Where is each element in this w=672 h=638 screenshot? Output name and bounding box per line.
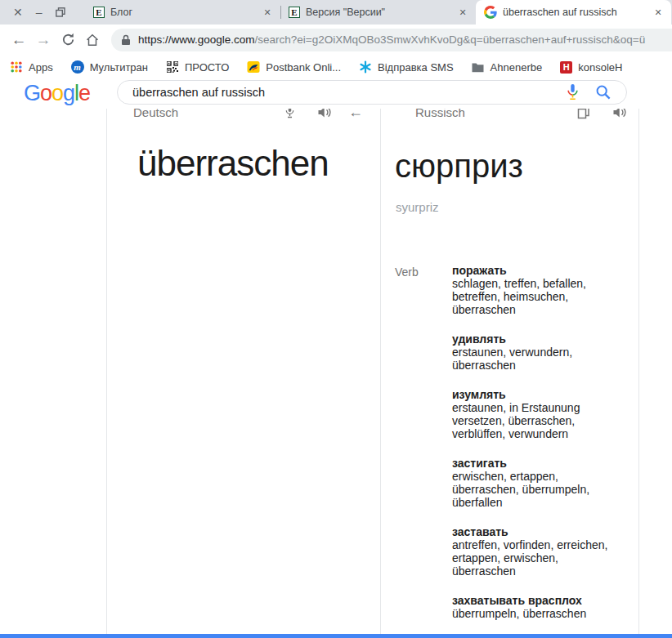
browser-window: ✕ – E Блог ✕ E Версия "Версии" ✕ überras… [0,0,672,638]
bookmark-label: Відправка SMS [378,61,454,74]
copy-icon[interactable] [576,109,591,119]
entry-term[interactable]: заставать [452,525,611,538]
apps-grid-icon [10,60,23,74]
tab-label: überraschen auf russisch [503,7,646,18]
bookmark-konsoleh[interactable]: H konsoleH [560,61,622,74]
window-restore-icon[interactable] [56,7,65,17]
source-text: überraschen [137,143,329,184]
logo-letter: e [78,81,90,105]
entry-translations: überrumpeln, überraschen [452,607,611,620]
google-favicon-icon [484,6,497,19]
bookmark-label: konsoleH [578,61,622,74]
window-controls: ✕ – [0,0,85,25]
tab-label: Версия "Версии" [306,7,450,18]
dictionary-entry[interactable]: застигать erwischen, ertappen, überrasch… [452,457,611,509]
entry-term[interactable]: захватывать врасплох [452,594,611,607]
qr-code-icon [166,60,179,74]
postbank-icon [247,60,260,74]
bookmark-apps[interactable]: Apps [10,60,53,74]
bookmark-label: Postbank Onli... [266,61,341,74]
bookmarks-bar: Apps m Мультитран ПРОСТО [0,55,672,79]
url-path: /search?ei=g2OiXMqOBo3SmwXvhKvoDg&q=über… [255,33,646,46]
search-input[interactable]: überraschen auf russisch [117,80,627,105]
dictionary-entry[interactable]: удивлять erstaunen, verwundern, überrasc… [452,332,611,372]
voice-search-icon[interactable] [562,83,582,102]
logo-letter: G [24,81,40,105]
part-of-speech-label: Verb [395,264,452,636]
google-logo[interactable]: Google [24,80,90,106]
mic-icon[interactable] [282,109,297,119]
card-column-divider [380,109,381,638]
bookmark-multitran[interactable]: m Мультитран [71,60,148,74]
tab-close-icon[interactable]: ✕ [261,6,274,19]
tab-versiya[interactable]: E Версия "Версии" ✕ [280,0,476,25]
logo-letter: o [40,81,52,105]
home-icon[interactable] [80,28,105,52]
folder-icon [472,60,485,74]
lock-icon[interactable] [121,34,131,46]
search-icon[interactable] [594,83,613,102]
entry-translations: erstaunen, verwundern, überraschen [452,346,611,372]
browser-toolbar: ← → https://www.google.com/search?ei=g2O… [0,25,672,55]
multitran-icon: m [71,60,84,74]
kyivstar-star-icon [359,60,372,74]
reload-icon[interactable] [56,28,80,52]
url-text: https://www.google.com/search?ei=g2OiXMq… [138,33,645,46]
bookmark-label: ПРОСТО [185,61,229,74]
transliteration: syurpriz [396,200,439,214]
entry-term[interactable]: удивлять [452,332,611,346]
window-minimize-icon[interactable]: – [36,7,43,18]
address-bar[interactable]: https://www.google.com/search?ei=g2OiXMq… [111,29,672,51]
entry-translations: schlagen, treffen, befallen, betreffen, … [452,277,611,316]
dictionary-entry[interactable]: поражать schlagen, treffen, befallen, be… [452,264,611,316]
logo-letter: o [52,81,63,105]
dictionary-section: Verb поражать schlagen, treffen, befalle… [395,264,611,636]
tab-close-icon[interactable]: ✕ [456,6,469,19]
dictionary-entry[interactable]: заставать antreffen, vorfinden, erreiche… [452,525,611,578]
listen-target-icon[interactable] [612,109,626,119]
listen-source-icon[interactable] [316,109,331,119]
konsoleh-icon: H [560,61,572,74]
bookmark-postbank[interactable]: Postbank Onli... [247,60,341,74]
bookmark-label: Мультитран [90,61,148,74]
tab-blog[interactable]: E Блог ✕ [85,0,280,25]
target-language-tab[interactable]: Russisch [415,109,465,119]
tab-label: Блог [110,7,255,18]
back-icon[interactable]: ← [7,28,31,52]
tab-ueberraschen-active[interactable]: überraschen auf russisch ✕ [476,0,671,25]
bookmark-sms[interactable]: Відправка SMS [359,60,454,74]
tab-close-icon[interactable]: ✕ [652,6,665,19]
swap-arrow-icon[interactable]: ← [348,109,363,119]
page-content: Deutsch ← Russisch überraschen сюрприз s… [0,109,672,638]
card-right-border [638,109,639,638]
entry-term[interactable]: поражать [452,264,611,277]
card-left-border [106,109,107,638]
bookmark-prosto[interactable]: ПРОСТО [166,60,229,74]
dictionary-entry[interactable]: захватывать врасплох überrumpeln, überra… [452,594,611,620]
source-language-tab[interactable]: Deutsch [133,109,178,119]
entry-term[interactable]: изумлять [452,388,611,401]
window-close-icon[interactable]: ✕ [13,7,23,18]
url-origin: https://www.google.com [138,33,255,46]
dictionary-entries: поражать schlagen, treffen, befallen, be… [452,264,611,636]
google-search-header: Google überraschen auf russisch [0,79,672,109]
logo-letter: g [63,81,74,105]
bookmark-ahnenerbe[interactable]: Ahnenerbe [472,60,543,74]
forward-icon[interactable]: → [31,28,56,52]
bottom-highlight-strip [0,634,672,638]
tab-strip: ✕ – E Блог ✕ E Версия "Версии" ✕ überras… [0,0,672,25]
translated-text: сюрприз [395,148,523,185]
site-e-favicon-icon: E [289,7,300,18]
bookmark-label: Ahnenerbe [491,61,543,74]
entry-translations: erwischen, ertappen, überraschen, überru… [452,470,611,509]
entry-term[interactable]: застигать [452,457,611,470]
search-query-text[interactable]: überraschen auf russisch [132,86,562,99]
translate-card-header: Deutsch ← Russisch [106,109,638,125]
entry-translations: erstaunen, in Erstaunung versetzen, über… [452,401,611,440]
bookmark-label: Apps [29,61,53,74]
dictionary-entry[interactable]: изумлять erstaunen, in Erstaunung verset… [452,388,611,440]
site-e-favicon-icon: E [93,7,105,18]
entry-translations: antreffen, vorfinden, erreichen, ertappe… [452,538,611,578]
